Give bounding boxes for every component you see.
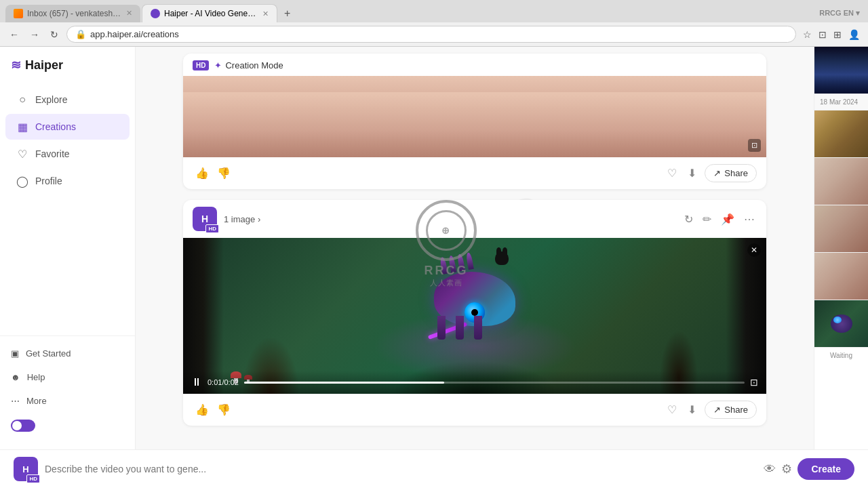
profile-icon: ◯ (16, 175, 28, 187)
address-bar[interactable]: 🔒 app.haiper.ai/creations (66, 26, 796, 43)
thumbnail-creature[interactable] (814, 300, 868, 348)
input-actions: 👁 ⚙ Create (764, 458, 854, 480)
refresh-button[interactable]: ↻ (682, 211, 695, 228)
prompt-input[interactable] (45, 464, 757, 474)
thumbnail-cat[interactable] (814, 110, 868, 158)
sidebar-item-label-favorite: Favorite (35, 148, 70, 159)
video-time: 0:01/0:02 (208, 378, 239, 386)
tab-favicon-2 (151, 9, 160, 18)
post-avatar-badge: HD (205, 224, 219, 233)
lock-icon: 🔒 (75, 29, 86, 39)
thumbnail-woman-3[interactable] (814, 253, 868, 300)
input-avatar: H HD (14, 457, 38, 481)
sidebar-toggle-button[interactable]: ⊡ (817, 28, 828, 41)
creation-mode-label: ✦ Creation Mode (214, 60, 283, 70)
download-button-top[interactable]: ⬇ (685, 164, 699, 182)
thumb-img-woman3 (814, 253, 868, 300)
favorite-button-post[interactable]: ♡ (665, 401, 679, 419)
dislike-button-post[interactable]: 👎 (214, 401, 233, 419)
expand-button[interactable]: ⊡ (748, 139, 761, 152)
creature-legs (437, 316, 482, 340)
post-header: H HD 1 image › ↻ ✏ 📌 ⋯ (183, 200, 766, 238)
share-button-post[interactable]: ↗ Share (705, 401, 757, 419)
sidebar-item-label-creations: Creations (35, 121, 76, 132)
sidebar-item-favorite[interactable]: ♡ Favorite (5, 141, 130, 167)
pin-button[interactable]: 📌 (719, 211, 736, 228)
input-avatar-badge: HD (26, 474, 40, 483)
leg-1 (437, 316, 446, 340)
creations-icon: ▦ (16, 121, 28, 133)
share-icon-post: ↗ (713, 405, 721, 415)
sidebar-item-label-profile: Profile (35, 176, 62, 186)
address-bar-row: ← → ↻ 🔒 app.haiper.ai/creations ☆ ⊡ ⊞ 👤 (0, 22, 868, 46)
waiting-label: Waiting (814, 348, 868, 363)
sidebar-item-creations[interactable]: ▦ Creations (5, 114, 130, 140)
thumb-img-woman1 (814, 158, 868, 205)
favorite-button-top[interactable]: ♡ (665, 164, 679, 182)
sidebar-item-label-explore: Explore (35, 94, 67, 105)
thumb-img-city (814, 47, 868, 94)
reload-button[interactable]: ↻ (47, 28, 61, 41)
download-button-post[interactable]: ⬇ (685, 401, 699, 419)
more-icon: ⋯ (11, 396, 20, 406)
thumbnail-woman-2[interactable] (814, 205, 868, 253)
sidebar-item-get-started[interactable]: ▣ Get Started (0, 342, 135, 365)
sidebar-label-more: More (26, 396, 47, 406)
tab-haiper[interactable]: Haiper - AI Video Generator ✕ (142, 4, 277, 22)
bottom-input-bar: H HD 👁 ⚙ Create (0, 449, 868, 488)
spine-4 (466, 252, 474, 270)
spine-2 (448, 256, 456, 273)
new-tab-button[interactable]: + (279, 5, 296, 22)
settings-input-button[interactable]: ⚙ (781, 462, 792, 476)
like-button-post[interactable]: 👍 (193, 401, 212, 419)
creature (420, 251, 529, 340)
thumbnail-city[interactable] (814, 47, 868, 94)
video-container: ✕ ⏸ 0:01/0:02 ⊡ (183, 238, 766, 394)
dislike-button-top[interactable]: 👎 (214, 164, 233, 182)
tab-title-1: Inbox (657) - venkateshenni... (27, 9, 122, 18)
top-card-action-bar: 👍 👎 ♡ ⬇ ↗ Share (183, 157, 766, 189)
creation-mode-card: HD ✦ Creation Mode ⊡ 👍 � (183, 54, 766, 189)
progress-bar[interactable] (244, 382, 745, 384)
theme-toggle[interactable] (0, 413, 135, 439)
share-icon-top: ↗ (713, 168, 721, 178)
play-pause-button[interactable]: ⏸ (191, 376, 202, 388)
sidebar-item-profile[interactable]: ◯ Profile (5, 168, 130, 194)
sidebar-logo: ≋ Haiper (0, 58, 135, 86)
forward-button[interactable]: → (27, 28, 42, 41)
profile-button[interactable]: 👤 (847, 28, 861, 41)
video-close-button[interactable]: ✕ (747, 243, 761, 257)
toggle-track[interactable] (11, 420, 35, 432)
tab-favicon-1 (14, 9, 23, 18)
more-options-button[interactable]: ⋯ (742, 211, 757, 228)
back-button[interactable]: ← (7, 28, 22, 41)
spine-3 (457, 253, 465, 271)
tab-inbox[interactable]: Inbox (657) - venkateshenni... ✕ (5, 5, 140, 22)
like-button-top[interactable]: 👍 (193, 164, 212, 182)
eye-preview-button[interactable]: 👁 (764, 462, 776, 476)
date-label: 18 Mar 2024 (814, 94, 868, 110)
sidebar-item-explore[interactable]: ○ Explore (5, 87, 130, 113)
extensions-button[interactable]: ⊞ (832, 28, 843, 41)
post-avatar: H HD (193, 207, 217, 231)
browser-actions: ☆ ⊡ ⊞ 👤 (802, 28, 861, 41)
sidebar-label-help: Help (27, 372, 45, 382)
fullscreen-button[interactable]: ⊡ (750, 377, 758, 388)
thumbnail-woman-1[interactable] (814, 158, 868, 205)
leg-3 (474, 316, 482, 340)
bookmark-star-button[interactable]: ☆ (802, 28, 813, 41)
tab-close-1[interactable]: ✕ (126, 9, 132, 18)
create-button[interactable]: Create (797, 458, 854, 480)
sidebar-item-more[interactable]: ⋯ More (0, 389, 135, 413)
edit-button[interactable]: ✏ (701, 211, 713, 228)
sidebar-item-help[interactable]: ☻ Help (0, 365, 135, 389)
main-content[interactable]: RRCG HD ✦ Creation Mode ⊡ (136, 47, 814, 449)
video-controls: ⏸ 0:01/0:02 ⊡ (183, 371, 766, 394)
post-card: H HD 1 image › ↻ ✏ 📌 ⋯ (183, 200, 766, 426)
thumb-img-creature (814, 300, 868, 347)
tab-close-2[interactable]: ✕ (262, 9, 269, 18)
share-button-top[interactable]: ↗ Share (705, 164, 757, 182)
sparkle-icon: ✦ (214, 60, 222, 70)
leg-2 (456, 316, 464, 340)
post-vote-group: 👍 👎 (193, 401, 233, 419)
